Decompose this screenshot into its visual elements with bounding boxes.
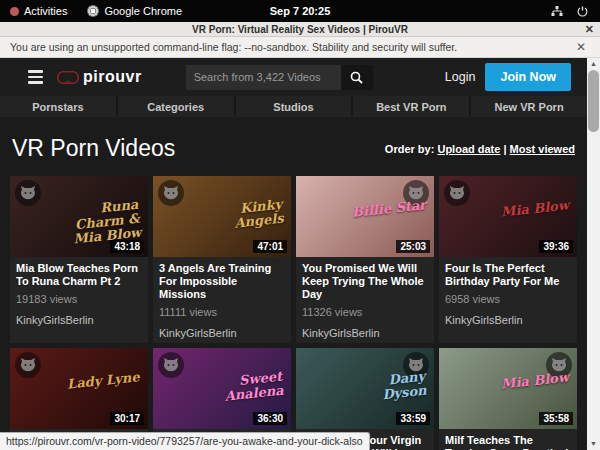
network-icon[interactable] [551,6,563,17]
tab-close-icon[interactable]: ✕ [585,22,594,37]
chrome-infobar: You are using an unsupported command-lin… [0,37,600,58]
video-views: 19183 views [16,293,142,305]
video-views: 11111 views [159,306,285,318]
video-card[interactable]: Billie Star25:03You Promised We Will Kee… [296,176,434,343]
order-by-label: Order by: [385,143,435,155]
page-content: pirouvr Login Join Now Pornstars Categor… [0,58,600,450]
duration-badge: 30:17 [110,412,144,425]
tab-title: VR Porn: Virtual Reality Sex Videos | Pi… [192,24,408,35]
video-card[interactable]: Kinky Angels47:013 Angels Are Training F… [153,176,291,343]
studio-watermark-icon [158,352,184,378]
scroll-down-icon[interactable]: ▼ [587,438,600,450]
scrollbar-thumb[interactable] [588,70,599,132]
thumb-overlay-name: Kinky Angels [197,198,284,235]
chrome-icon [87,5,99,17]
search-button[interactable] [341,65,373,90]
activities-button[interactable]: Activities [0,0,77,22]
nav-item-pornstars[interactable]: Pornstars [0,96,118,117]
order-most-viewed-link[interactable]: Most viewed [510,143,575,155]
page-scrollbar[interactable]: ▲ ▼ [587,58,600,450]
video-title[interactable]: 3 Angels Are Training For Impossible Mis… [159,262,285,301]
duration-badge: 39:36 [539,240,573,253]
power-icon[interactable] [577,6,588,17]
nav-item-best-vr-porn[interactable]: Best VR Porn [353,96,471,117]
video-title[interactable]: Four Is The Perfect Birthday Party For M… [445,262,571,288]
duration-badge: 33:59 [396,412,430,425]
video-thumbnail[interactable]: Mia Blow39:36 [439,176,577,257]
thumb-overlay-name: Mia Blow [500,370,569,391]
activities-label: Activities [24,5,67,17]
main-nav: Pornstars Categories Studios Best VR Por… [0,96,587,117]
thumb-overlay-name: Mia Blow [500,198,569,219]
thumb-overlay-name: Lady Lyne [67,370,141,392]
clock[interactable]: Sep 7 20:25 [270,5,331,17]
video-card[interactable]: Runa Charm & Mia Blow43:18Mia Blow Teach… [10,176,148,343]
video-title[interactable]: You Promised We Will Keep Trying The Who… [302,262,428,301]
video-title[interactable]: Mia Blow Teaches Porn To Runa Charm Pt 2 [16,262,142,288]
video-grid: Runa Charm & Mia Blow43:18Mia Blow Teach… [0,176,587,450]
studio-watermark-icon [158,180,184,206]
studio-watermark-icon [15,180,41,206]
site-header: pirouvr Login Join Now [0,58,587,96]
duration-badge: 25:03 [396,240,430,253]
video-thumbnail[interactable]: Kinky Angels47:01 [153,176,291,257]
join-now-button[interactable]: Join Now [485,63,571,91]
infobar-message: You are using an unsupported command-lin… [10,41,457,53]
logo-text: pirouvr [83,68,142,86]
nav-item-categories[interactable]: Categories [118,96,236,117]
studio-watermark-icon [444,180,470,206]
video-thumbnail[interactable]: Runa Charm & Mia Blow43:18 [10,176,148,257]
video-views: 6958 views [445,293,571,305]
duration-badge: 43:18 [110,240,144,253]
duration-badge: 47:01 [253,240,287,253]
duration-badge: 35:58 [539,412,573,425]
nav-item-new-vr-porn[interactable]: New VR Porn [471,96,587,117]
search-input[interactable] [186,65,341,90]
video-studio-link[interactable]: KinkyGirlsBerlin [16,314,142,326]
desktop-top-bar: Activities Google Chrome Sep 7 20:25 [0,0,600,22]
thumb-overlay-name: Dany Dyson [340,370,427,407]
browser-tab[interactable]: VR Porn: Virtual Reality Sex Videos | Pi… [0,22,600,37]
video-card[interactable]: Mia Blow35:58Milf Teaches The Teacher So… [439,348,577,450]
infobar-close-icon[interactable]: ✕ [572,40,590,54]
video-studio-link[interactable]: KinkyGirlsBerlin [302,327,428,339]
video-views: 11326 views [302,306,428,318]
menu-icon[interactable] [24,66,47,88]
search-icon [350,71,363,84]
order-by: Order by: Upload date | Most viewed [385,143,575,155]
studio-watermark-icon [15,352,41,378]
video-studio-link[interactable]: KinkyGirlsBerlin [445,314,571,326]
vr-headset-icon [57,71,79,84]
page-title: VR Porn Videos [12,135,175,162]
search-bar [186,65,373,90]
active-app-menu[interactable]: Google Chrome [77,0,192,22]
duration-badge: 36:30 [253,412,287,425]
order-upload-date-link[interactable]: Upload date [437,143,500,155]
video-studio-link[interactable]: KinkyGirlsBerlin [159,327,285,339]
site-logo[interactable]: pirouvr [57,68,142,86]
video-thumbnail[interactable]: Billie Star25:03 [296,176,434,257]
video-title[interactable]: Milf Teaches The Teacher Some Practical … [445,434,571,450]
video-card[interactable]: Mia Blow39:36Four Is The Perfect Birthda… [439,176,577,343]
login-link[interactable]: Login [445,70,476,84]
thumb-overlay-name: Billie Star [351,198,426,220]
nav-item-studios[interactable]: Studios [236,96,354,117]
video-thumbnail[interactable]: Lady Lyne30:17 [10,348,148,429]
status-url: https://pirouvr.com/vr-porn-video/779325… [0,432,370,450]
active-app-label: Google Chrome [104,5,182,17]
scroll-up-icon[interactable]: ▲ [587,58,600,70]
thumb-overlay-name: Sweet Analena [197,370,284,407]
recording-indicator-icon [10,7,19,16]
video-thumbnail[interactable]: Mia Blow35:58 [439,348,577,429]
video-thumbnail[interactable]: Sweet Analena36:30 [153,348,291,429]
video-thumbnail[interactable]: Dany Dyson33:59 [296,348,434,429]
heading-row: VR Porn Videos Order by: Upload date | M… [0,117,587,176]
